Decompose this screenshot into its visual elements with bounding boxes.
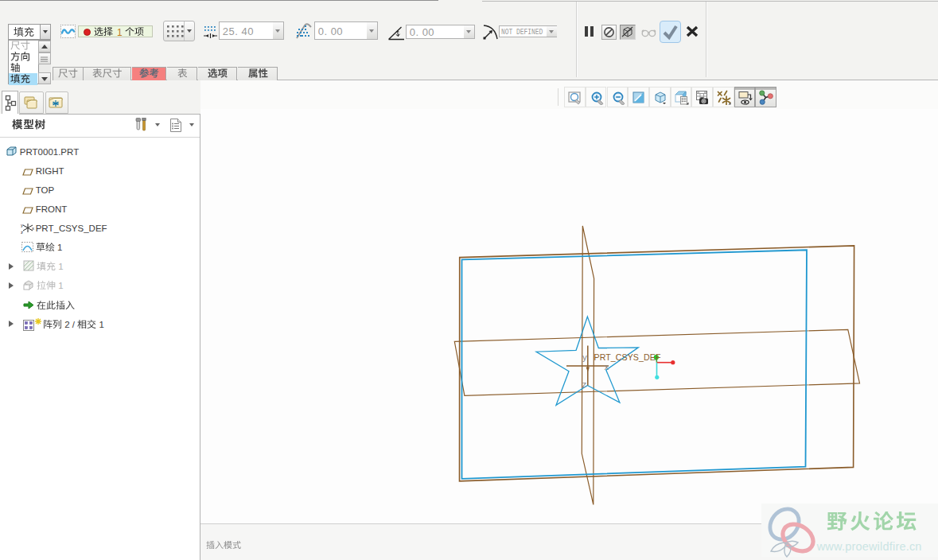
svg-text:y: y bbox=[582, 352, 587, 362]
svg-text:y: y bbox=[21, 223, 23, 228]
svg-text:x: x bbox=[32, 226, 34, 231]
svg-text:x: x bbox=[605, 362, 609, 371]
svg-text:PRT_CSYS_DEF: PRT_CSYS_DEF bbox=[594, 352, 661, 362]
svg-text:z: z bbox=[582, 379, 587, 389]
svg-text:z: z bbox=[21, 230, 23, 234]
